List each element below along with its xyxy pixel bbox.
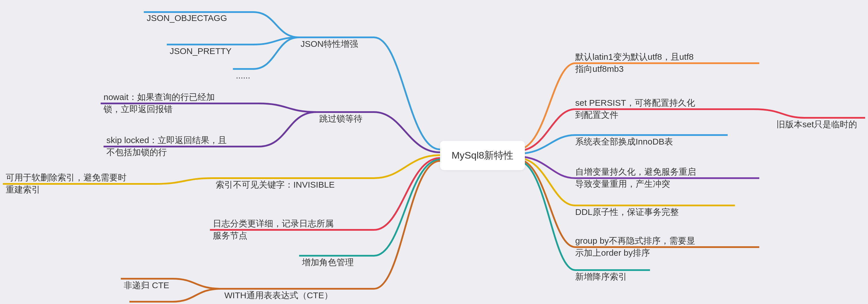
branch-label: 自增变量持久化，避免服务重启 导致变量重用，产生冲突 bbox=[575, 167, 696, 189]
left-invisible-child-0[interactable]: 可用于软删除索引，避免需要时 重建索引 bbox=[6, 160, 127, 196]
left-branch-cte[interactable]: WITH通用表表达式（CTE） bbox=[224, 277, 333, 301]
branch-label: 增加角色管理 bbox=[302, 258, 354, 267]
branch-label: DDL原子性，保证事务完整 bbox=[575, 207, 679, 217]
child-label: JSON_PRETTY bbox=[170, 46, 231, 56]
right-persist-child-0[interactable]: 旧版本set只是临时的 bbox=[777, 106, 857, 130]
branch-label: 系统表全部换成InnoDB表 bbox=[575, 137, 673, 146]
left-branch-json[interactable]: JSON特性增强 bbox=[301, 26, 358, 50]
center-label: MySql8新特性 bbox=[452, 150, 514, 161]
center-node[interactable]: MySql8新特性 bbox=[440, 141, 525, 170]
branch-label: 日志分类更详细，记录日志所属 服务节点 bbox=[213, 219, 334, 240]
left-branch-lockwait[interactable]: 跳过锁等待 bbox=[319, 101, 362, 125]
left-branch-invisible[interactable]: 索引不可见关键字：INVISIBLE bbox=[216, 167, 335, 191]
left-json-child-1[interactable]: JSON_PRETTY bbox=[170, 33, 231, 57]
branch-label: 默认latin1变为默认utf8，且utf8 指向utf8mb3 bbox=[575, 52, 694, 73]
left-lockwait-child-1[interactable]: skip locked：立即返回结果，且 不包括加锁的行 bbox=[106, 122, 227, 158]
left-lockwait-child-0[interactable]: nowait：如果查询的行已经加 锁，立即返回报错 bbox=[103, 79, 215, 115]
child-label: nowait：如果查询的行已经加 锁，立即返回报错 bbox=[103, 92, 215, 114]
right-branch-autoinc[interactable]: 自增变量持久化，避免服务重启 导致变量重用，产生冲突 bbox=[575, 154, 696, 190]
left-cte-child-0[interactable]: 非递归 CTE bbox=[124, 267, 169, 291]
right-branch-descindex[interactable]: 新增降序索引 bbox=[575, 259, 627, 283]
branch-label: 跳过锁等待 bbox=[319, 114, 362, 123]
branch-label: WITH通用表表达式（CTE） bbox=[224, 291, 333, 300]
child-label: skip locked：立即返回结果，且 不包括加锁的行 bbox=[106, 135, 227, 157]
left-json-child-0[interactable]: JSON_OBJECTAGG bbox=[147, 0, 227, 24]
right-branch-persist[interactable]: set PERSIST，可将配置持久化 到配置文件 bbox=[575, 85, 695, 121]
child-label: 可用于软删除索引，避免需要时 重建索引 bbox=[6, 173, 127, 194]
left-branch-role[interactable]: 增加角色管理 bbox=[302, 244, 354, 268]
right-branch-ddl[interactable]: DDL原子性，保证事务完整 bbox=[575, 194, 679, 218]
left-cte-child-1[interactable]: 递归 CTE bbox=[132, 291, 169, 304]
branch-label: set PERSIST，可将配置持久化 到配置文件 bbox=[575, 98, 695, 120]
branch-label: group by不再隐式排序，需要显 示加上order by排序 bbox=[575, 236, 695, 258]
child-label: 旧版本set只是临时的 bbox=[777, 120, 857, 129]
left-json-child-2[interactable]: ...... bbox=[236, 58, 250, 81]
right-branch-innodb[interactable]: 系统表全部换成InnoDB表 bbox=[575, 124, 673, 148]
branch-label: 新增降序索引 bbox=[575, 272, 627, 281]
left-branch-log[interactable]: 日志分类更详细，记录日志所属 服务节点 bbox=[213, 205, 334, 242]
child-label: ...... bbox=[236, 71, 250, 80]
child-label: JSON_OBJECTAGG bbox=[147, 13, 227, 23]
branch-label: JSON特性增强 bbox=[301, 39, 358, 48]
right-branch-groupby[interactable]: group by不再隐式排序，需要显 示加上order by排序 bbox=[575, 223, 695, 259]
right-branch-utf8[interactable]: 默认latin1变为默认utf8，且utf8 指向utf8mb3 bbox=[575, 39, 694, 75]
child-label: 非递归 CTE bbox=[124, 280, 169, 290]
branch-label: 索引不可见关键字：INVISIBLE bbox=[216, 180, 335, 189]
